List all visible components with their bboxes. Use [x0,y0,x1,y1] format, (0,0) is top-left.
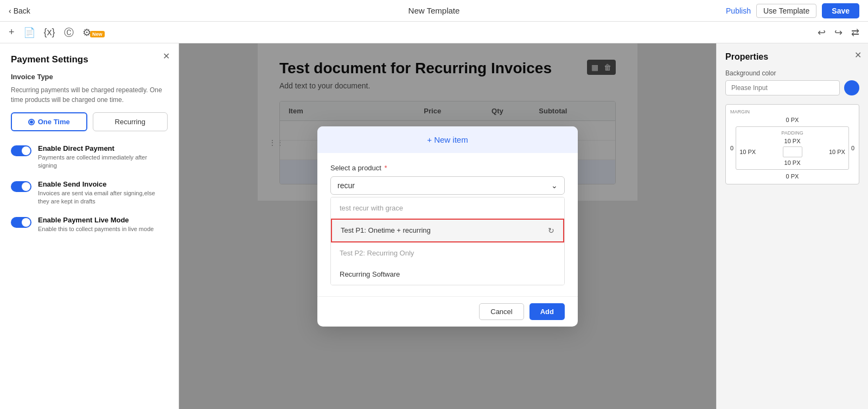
enable-send-invoice-desc: Invoices are sent via email after signin… [38,189,168,206]
settings-with-badge: ⚙ New [82,27,105,39]
dropdown-chevron-icon: ⌄ [551,181,558,190]
page-title: New Template [409,6,460,15]
publish-button[interactable]: Publish [726,7,751,15]
enable-payment-live-desc: Enable this to collect payments in live … [38,225,154,233]
background-color-label: Background color [725,69,859,77]
margin-bottom-val: 0 PX [730,173,854,180]
enable-payment-live-label: Enable Payment Live Mode [38,216,154,224]
product-dropdown-list: test recur with grace Test P1: Onetime +… [330,197,565,285]
properties-title: Properties [725,52,859,62]
invoice-type-label: Invoice Type [11,73,168,81]
item-label: Test P1: Onetime + recurring [341,226,431,234]
enable-send-invoice-toggle[interactable] [11,181,31,192]
left-panel-close-button[interactable]: ✕ [163,51,170,61]
modal-new-item-section: + New item [317,126,578,153]
product-search-field[interactable]: ⌄ [330,176,565,195]
cancel-button[interactable]: Cancel [479,303,524,320]
enable-direct-payment-desc: Payments are collected immediately after… [38,154,168,170]
padding-bottom-val: 10 PX [739,159,845,166]
variable-icon[interactable]: {x} [44,27,55,38]
padding-inner: PADDING 10 PX 10 PX 10 PX 10 PX [736,126,849,170]
new-badge: New [90,31,105,37]
modal-new-item-label: + New item [427,135,468,144]
invoice-type-desc: Recurring payments will be charged repea… [11,85,168,105]
back-label: Back [14,7,30,15]
one-time-label: One Time [38,118,70,126]
required-indicator: * [385,164,387,172]
add-button[interactable]: Add [529,303,565,320]
recurring-label: Recurring [115,118,145,126]
recurring-button[interactable]: Recurring [93,112,168,131]
use-template-button[interactable]: Use Template [756,4,816,18]
stripe-icon[interactable]: Ⓒ [64,26,74,39]
color-input[interactable] [725,80,840,95]
item-label: test recur with grace [340,204,403,212]
main-layout: ✕ Payment Settings Invoice Type Recurrin… [0,43,868,409]
margin-left-val: 0 [730,145,733,151]
one-time-radio [28,119,35,125]
mp-middle-row: 0 PADDING 10 PX 10 PX 10 PX 10 PX 0 [730,126,854,170]
color-swatch[interactable] [844,80,859,95]
enable-direct-payment-row: Enable Direct Payment Payments are colle… [11,144,168,170]
select-product-label: Select a product * [330,164,565,172]
enable-direct-payment-label: Enable Direct Payment [38,144,168,152]
split-icon[interactable]: ⇄ [851,27,859,39]
top-bar-right: Publish Use Template Save [726,3,859,18]
dropdown-item-selected[interactable]: Test P1: Onetime + recurring ↻ [331,219,564,242]
modal-new-item-button[interactable]: + New item [427,135,468,144]
padding-inner-box [783,146,802,157]
document-icon[interactable]: 📄 [23,27,35,39]
toolbar-actions: ↩ ↪ ⇄ [818,27,859,39]
modal-overlay: + New item Select a product * ⌄ test rec [179,43,716,409]
enable-payment-live-toggle[interactable] [11,217,31,228]
margin-top-val: 0 PX [730,117,854,123]
dropdown-item[interactable]: test recur with grace [331,197,564,219]
top-bar: ‹ Back New Template Publish Use Template… [0,0,868,22]
add-item-modal: + New item Select a product * ⌄ test rec [317,126,578,327]
margin-right-val: 0 [851,145,854,151]
add-icon[interactable]: + [9,27,15,38]
center-area: Test document for Recurring Invoices Add… [179,43,716,409]
enable-send-invoice-label: Enable Send Invoice [38,180,168,188]
dropdown-item[interactable]: Recurring Software [331,264,564,285]
padding-right-val: 10 PX [829,149,845,155]
save-button[interactable]: Save [822,3,859,18]
right-panel-close-button[interactable]: ✕ [854,50,861,60]
invoice-type-buttons: One Time Recurring [11,112,168,131]
redo-icon[interactable]: ↪ [834,27,843,39]
panel-title: Payment Settings [11,54,168,65]
right-panel: ✕ Properties Background color MARGIN 0 P… [716,43,868,409]
margin-label: MARGIN [730,109,854,114]
padding-label: PADDING [739,130,845,136]
enable-direct-payment-toggle[interactable] [11,145,31,156]
refresh-icon: ↻ [548,226,554,235]
padding-left-val: 10 PX [739,149,756,155]
back-button[interactable]: ‹ Back [9,7,30,15]
product-search-input[interactable] [337,181,551,190]
background-color-row [725,80,859,95]
item-label: Test P2: Recurring Only [340,249,414,257]
padding-lr-row: 10 PX 10 PX [739,146,845,157]
enable-send-invoice-row: Enable Send Invoice Invoices are sent vi… [11,180,168,206]
top-bar-left: ‹ Back [9,7,30,15]
modal-footer: Cancel Add [317,296,578,327]
margin-padding-box: MARGIN 0 PX 0 PADDING 10 PX 10 PX 10 PX … [725,104,859,184]
one-time-button[interactable]: One Time [11,112,87,131]
editor-toolbar: + 📄 {x} Ⓒ ⚙ New ↩ ↪ ⇄ [0,22,868,43]
item-label: Recurring Software [340,270,400,278]
left-panel: ✕ Payment Settings Invoice Type Recurrin… [0,43,179,409]
undo-icon[interactable]: ↩ [818,27,826,39]
modal-body: Select a product * ⌄ test recur with gra… [317,153,578,296]
dropdown-item[interactable]: Test P2: Recurring Only [331,242,564,264]
padding-top-val: 10 PX [739,138,845,144]
enable-payment-live-row: Enable Payment Live Mode Enable this to … [11,216,168,233]
back-chevron: ‹ [9,7,11,15]
